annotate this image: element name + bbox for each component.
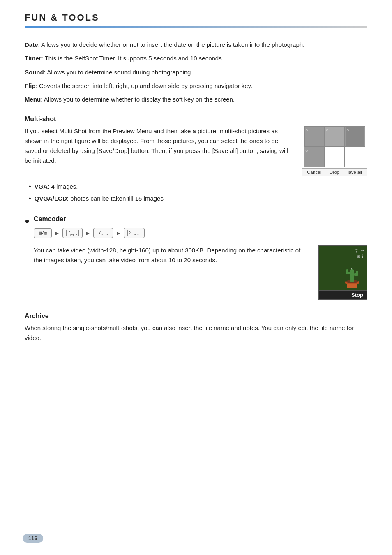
multishot-image: ⊙ ⊙ ⊙ [302, 126, 367, 176]
bullet-vga: • VGA: 4 images. [29, 182, 367, 192]
cam-icon-bottom-row: ⊞ ℹ [357, 254, 363, 259]
camcoder-bullet-icon: ● [25, 216, 30, 226]
multishot-cell-3: ⊙ [345, 127, 365, 146]
multishot-save-btn: iave all [348, 170, 362, 175]
camcoder-icons: ◎ ↔ ⊞ ℹ [355, 248, 365, 259]
multishot-cell-1: ⊙ [304, 127, 324, 146]
multishot-drop-btn: Drop [330, 170, 339, 175]
svg-text:⊙: ⊙ [326, 128, 329, 132]
intro-list: Date: Allows you to decide whether or no… [25, 40, 367, 104]
intro-flip: Flip: Coverts the screen into left, righ… [25, 81, 367, 90]
svg-rect-14 [346, 269, 348, 274]
svg-rect-12 [350, 269, 354, 282]
svg-text:⊙: ⊙ [305, 149, 308, 153]
stop-label: Stop [351, 292, 363, 298]
cam-icon-top-row: ◎ ↔ [355, 248, 365, 253]
multishot-section: Multi-shot If you select Multi Shot from… [25, 116, 367, 203]
plant-svg [338, 261, 367, 290]
intro-sound: Sound: Allows you to determine sound dur… [25, 67, 367, 77]
multishot-heading: Multi-shot [25, 116, 367, 123]
archive-section: Archive When storing the single-shots/mu… [25, 312, 367, 343]
camcoder-image: ◎ ↔ ⊞ ℹ [314, 245, 367, 300]
svg-text:⊙: ⊙ [346, 128, 349, 132]
multishot-body: If you select Multi Shot from the Previe… [25, 126, 293, 166]
term-date: Date [25, 41, 38, 48]
multishot-cell-4: ⊙ [304, 147, 324, 167]
multishot-cancel-btn: Cancel [307, 170, 321, 175]
intro-date-text: : Allows you to decide whether or not to… [38, 41, 305, 48]
intro-date: Date: Allows you to decide whether or no… [25, 40, 367, 49]
camcoder-stop-bar: Stop [318, 291, 367, 300]
page-number: 116 [23, 534, 43, 543]
intro-timer-text: : This is the SelfShot Timer. It support… [42, 55, 224, 62]
content-area: Date: Allows you to decide whether or no… [0, 28, 392, 359]
camcoder-main-row: You can take video (width-128, height-16… [34, 245, 367, 300]
camcoder-section: ● Camcoder ▤/▥ ► 7pqrs ► 7pqrs ► [25, 215, 367, 300]
intro-sound-text: : Allows you to determine sound during p… [44, 69, 193, 76]
term-timer: Timer [25, 55, 42, 62]
flow-2abc: 2 abc [124, 228, 145, 238]
multishot-bullets: • VGA: 4 images. • QVGA/LCD: photos can … [29, 182, 367, 203]
svg-rect-16 [356, 271, 358, 276]
multishot-cell-5 [325, 147, 344, 167]
camcoder-heading: Camcoder [34, 215, 367, 223]
archive-body: When storing the single-shots/multi-shot… [25, 323, 367, 343]
svg-text:⊙: ⊙ [305, 128, 308, 132]
flow-menu: ▤/▥ [34, 228, 52, 238]
term-menu: Menu [25, 96, 41, 103]
cam-icon-info: ℹ [362, 254, 363, 259]
page: FUN & TOOLS Date: Allows you to decide w… [0, 0, 392, 555]
camcoder-screen: ◎ ↔ ⊞ ℹ [318, 245, 367, 291]
bullet-qvga-text: QVGA/LCD: photos can be taken till 15 im… [35, 194, 164, 204]
cam-icon-arrow: ↔ [360, 248, 365, 253]
intro-menu-text: : Allows you to determine whether to dis… [41, 96, 235, 103]
flow-arrow-1: ► [54, 230, 60, 236]
header: FUN & TOOLS [0, 0, 392, 28]
page-title: FUN & TOOLS [25, 12, 367, 23]
term-sound: Sound [25, 69, 44, 76]
intro-flip-text: : Coverts the screen into left, right, u… [36, 82, 253, 89]
bullet-dot-1: • [29, 182, 31, 191]
term-flip: Flip [25, 82, 36, 89]
cam-icon-grid: ⊞ [357, 254, 360, 259]
flow-arrow-3: ► [115, 230, 121, 236]
flow-7pqrs-2: 7pqrs [93, 228, 113, 238]
intro-menu: Menu: Allows you to determine whether to… [25, 95, 367, 104]
multishot-grid: ⊙ ⊙ ⊙ [304, 126, 365, 167]
flow-7pqrs-1: 7pqrs [62, 228, 83, 238]
cam-icon-circle: ◎ [355, 248, 359, 253]
camcoder-content: Camcoder ▤/▥ ► 7pqrs ► 7pqrs ► [34, 215, 367, 300]
bullet-dot-2: • [29, 194, 31, 203]
bullet-qvga: • QVGA/LCD: photos can be taken till 15 … [29, 194, 367, 204]
intro-timer: Timer: This is the SelfShot Timer. It su… [25, 53, 367, 63]
bullet-vga-text: VGA: 4 images. [35, 182, 78, 192]
multishot-cell-2: ⊙ [325, 127, 344, 146]
flow-arrow-2: ► [85, 230, 91, 236]
flow-diagram: ▤/▥ ► 7pqrs ► 7pqrs ► 2 abc [34, 228, 367, 238]
multishot-cell-6 [345, 147, 365, 167]
archive-heading: Archive [25, 312, 367, 320]
multishot-buttons-bar: Cancel Drop iave all [302, 168, 367, 176]
camcoder-body: You can take video (width-128, height-16… [34, 245, 306, 265]
